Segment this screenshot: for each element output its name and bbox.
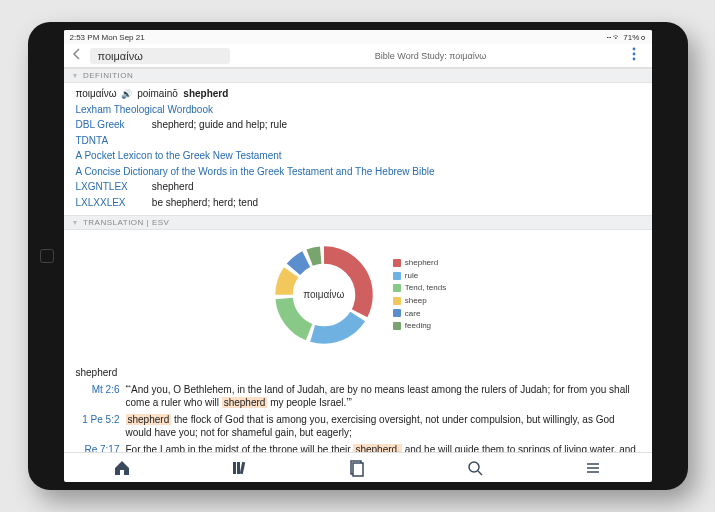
translation-heading: shepherd: [76, 366, 640, 381]
headword-greek: ποιμαίνω: [76, 88, 117, 99]
section-title: TRANSLATION | ESV: [83, 218, 169, 227]
chart-legend: shepherdruleTend, tendssheepcarefeeding: [393, 257, 446, 333]
status-right: ⋯ ᯤ 71% ▢: [607, 33, 646, 42]
section-header-translation[interactable]: ▼ TRANSLATION | ESV: [64, 215, 652, 230]
status-bar: 2:53 PM Mon Sep 21 ⋯ ᯤ 71% ▢: [64, 30, 652, 44]
verse-ref[interactable]: 1 Pe 5:2: [76, 413, 120, 440]
svg-rect-11: [240, 461, 245, 473]
verse-row: Mt 2:6“‘And you, O Bethlehem, in the lan…: [76, 383, 640, 410]
svg-point-2: [632, 58, 635, 61]
legend-item[interactable]: feeding: [393, 320, 446, 332]
headword-gloss: shepherd: [183, 88, 228, 99]
svg-rect-13: [353, 463, 363, 476]
search-icon: [466, 459, 484, 477]
lexicon-entry[interactable]: LXLXXLEX be shepherd; herd; tend: [76, 196, 640, 211]
lexicon-entry[interactable]: Lexham Theological Wordbook: [76, 103, 640, 118]
section-header-definition[interactable]: ▼ DEFINITION: [64, 68, 652, 83]
home-icon: [113, 459, 131, 477]
legend-item[interactable]: sheep: [393, 295, 446, 307]
search-input[interactable]: ποιμαίνω: [90, 48, 230, 64]
tab-home[interactable]: [113, 459, 131, 477]
verse-text: “‘And you, O Bethlehem, in the land of J…: [126, 383, 640, 410]
svg-rect-9: [233, 462, 236, 474]
verse-text: shepherd the flock of God that is among …: [126, 413, 640, 440]
content-scroll[interactable]: ▼ DEFINITION ποιμαίνω 🔊 poimainō shepher…: [64, 68, 652, 452]
headword-line: ποιμαίνω 🔊 poimainō shepherd: [76, 87, 640, 102]
more-vertical-icon: [632, 47, 636, 61]
disclosure-icon: ▼: [72, 72, 79, 79]
screen: 2:53 PM Mon Sep 21 ⋯ ᯤ 71% ▢ ποιμαίνω Bi…: [64, 30, 652, 482]
lexicon-entry[interactable]: A Pocket Lexicon to the Greek New Testam…: [76, 149, 640, 164]
audio-icon[interactable]: 🔊: [121, 89, 132, 99]
lexicon-entry[interactable]: TDNTA: [76, 134, 640, 149]
svg-line-15: [478, 471, 482, 475]
disclosure-icon: ▼: [72, 219, 79, 226]
verse-ref[interactable]: Re 7:17: [76, 443, 120, 453]
top-bar: ποιμαίνω Bible Word Study: ποιμαίνω: [64, 44, 652, 68]
svg-rect-10: [237, 462, 240, 474]
legend-item[interactable]: rule: [393, 270, 446, 282]
donut-chart[interactable]: ποιμαίνω: [269, 240, 379, 350]
legend-item[interactable]: Tend, tends: [393, 282, 446, 294]
lexicon-entry[interactable]: A Concise Dictionary of the Words in the…: [76, 165, 640, 180]
home-button-hardware[interactable]: [40, 249, 54, 263]
tab-search[interactable]: [466, 459, 484, 477]
verse-row: Re 7:17For the Lamb in the midst of the …: [76, 443, 640, 453]
read-icon: [348, 459, 366, 477]
svg-point-0: [632, 48, 635, 51]
back-button[interactable]: [70, 48, 84, 63]
lexicon-entry[interactable]: LXGNTLEX shepherd: [76, 180, 640, 195]
legend-item[interactable]: shepherd: [393, 257, 446, 269]
more-button[interactable]: [632, 47, 646, 64]
verse-row: 1 Pe 5:2shepherd the flock of God that i…: [76, 413, 640, 440]
tablet-frame: 2:53 PM Mon Sep 21 ⋯ ᯤ 71% ▢ ποιμαίνω Bi…: [28, 22, 688, 490]
headword-translit: poimainō: [137, 88, 178, 99]
definition-body: ποιμαίνω 🔊 poimainō shepherd Lexham Theo…: [64, 83, 652, 215]
menu-icon: [584, 459, 602, 477]
lexicon-entry[interactable]: DBL Greek shepherd; guide and help; rule: [76, 118, 640, 133]
translation-chart: ποιμαίνω shepherdruleTend, tendssheepcar…: [76, 234, 640, 360]
tab-menu[interactable]: [584, 459, 602, 477]
donut-center-label: ποιμαίνω: [269, 240, 379, 350]
status-left: 2:53 PM Mon Sep 21: [70, 33, 145, 42]
chevron-left-icon: [72, 48, 82, 60]
tab-bar: [64, 452, 652, 482]
tab-read[interactable]: [348, 459, 366, 477]
svg-point-14: [469, 462, 479, 472]
page-title: Bible Word Study: ποιμαίνω: [236, 51, 626, 61]
svg-point-1: [632, 53, 635, 56]
translation-body: ποιμαίνω shepherdruleTend, tendssheepcar…: [64, 230, 652, 452]
section-title: DEFINITION: [83, 71, 133, 80]
library-icon: [231, 459, 249, 477]
tab-library[interactable]: [231, 459, 249, 477]
legend-item[interactable]: care: [393, 308, 446, 320]
verse-text: For the Lamb in the midst of the throne …: [126, 443, 640, 453]
verse-ref[interactable]: Mt 2:6: [76, 383, 120, 410]
